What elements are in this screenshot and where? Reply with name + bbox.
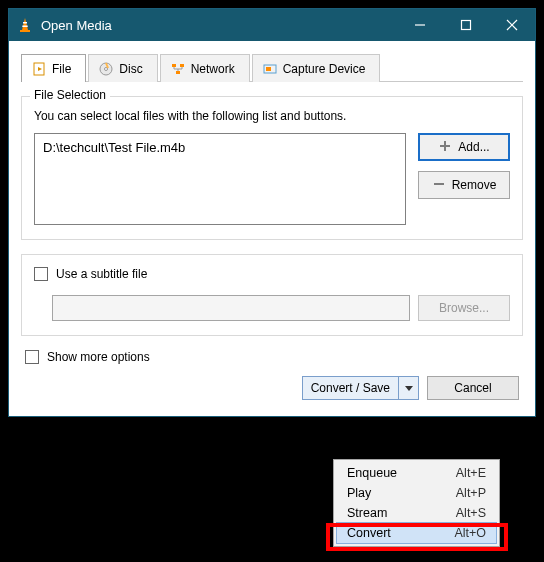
button-label: Browse... <box>439 301 489 315</box>
subtitle-path-input <box>52 295 410 321</box>
svg-rect-3 <box>20 30 30 32</box>
file-list[interactable]: D:\techcult\Test File.m4b <box>34 133 406 225</box>
svg-rect-2 <box>22 26 27 28</box>
menu-item-shortcut: Alt+S <box>456 506 486 520</box>
menu-item-shortcut: Alt+E <box>456 466 486 480</box>
network-icon <box>171 62 185 76</box>
file-icon <box>32 62 46 76</box>
svg-rect-16 <box>266 67 271 71</box>
tab-label: Capture Device <box>283 62 366 76</box>
menu-item-convert[interactable]: Convert Alt+O <box>336 522 497 544</box>
tab-label: Network <box>191 62 235 76</box>
svg-rect-12 <box>172 64 176 67</box>
svg-rect-18 <box>440 145 450 147</box>
show-more-checkbox[interactable] <box>25 350 39 364</box>
menu-item-shortcut: Alt+O <box>454 526 486 540</box>
svg-rect-13 <box>180 64 184 67</box>
file-selection-group: File Selection You can select local file… <box>21 96 523 240</box>
capture-icon <box>263 62 277 76</box>
subtitle-checkbox[interactable] <box>34 267 48 281</box>
menu-item-label: Play <box>347 486 456 500</box>
svg-rect-1 <box>23 22 27 24</box>
menu-item-shortcut: Alt+P <box>456 486 486 500</box>
open-media-window: Open Media File Disc <box>8 8 536 417</box>
svg-marker-0 <box>22 18 28 30</box>
menu-item-play[interactable]: Play Alt+P <box>337 483 496 503</box>
subtitle-group: Use a subtitle file Browse... <box>21 254 523 336</box>
tab-bar: File Disc Network Capture Device <box>21 53 523 82</box>
window-title: Open Media <box>41 18 112 33</box>
svg-rect-14 <box>176 71 180 74</box>
tab-label: File <box>52 62 71 76</box>
convert-save-menu: Enqueue Alt+E Play Alt+P Stream Alt+S Co… <box>333 459 500 547</box>
tab-disc[interactable]: Disc <box>88 54 157 82</box>
button-label: Convert / Save <box>303 381 398 395</box>
remove-button[interactable]: Remove <box>418 171 510 199</box>
svg-marker-20 <box>405 386 413 391</box>
svg-rect-19 <box>434 183 444 185</box>
vlc-cone-icon <box>17 17 33 33</box>
disc-icon <box>99 62 113 76</box>
menu-item-label: Enqueue <box>347 466 456 480</box>
titlebar: Open Media <box>9 9 535 41</box>
tab-capture[interactable]: Capture Device <box>252 54 381 82</box>
svg-rect-5 <box>462 21 471 30</box>
group-title: File Selection <box>30 88 110 102</box>
maximize-button[interactable] <box>443 9 489 41</box>
dropdown-arrow[interactable] <box>398 377 418 399</box>
tab-label: Disc <box>119 62 142 76</box>
menu-item-enqueue[interactable]: Enqueue Alt+E <box>337 463 496 483</box>
button-label: Add... <box>458 140 489 154</box>
menu-item-label: Convert <box>347 526 454 540</box>
button-label: Cancel <box>454 381 491 395</box>
minus-icon <box>432 177 446 194</box>
file-entry[interactable]: D:\techcult\Test File.m4b <box>43 140 397 155</box>
button-label: Remove <box>452 178 497 192</box>
show-more-label: Show more options <box>47 350 150 364</box>
menu-item-stream[interactable]: Stream Alt+S <box>337 503 496 523</box>
tab-network[interactable]: Network <box>160 54 250 82</box>
browse-button: Browse... <box>418 295 510 321</box>
minimize-button[interactable] <box>397 9 443 41</box>
convert-save-button[interactable]: Convert / Save <box>302 376 419 400</box>
menu-item-label: Stream <box>347 506 456 520</box>
close-button[interactable] <box>489 9 535 41</box>
file-selection-desc: You can select local files with the foll… <box>34 109 510 123</box>
tab-file[interactable]: File <box>21 54 86 82</box>
plus-icon <box>438 139 452 156</box>
cancel-button[interactable]: Cancel <box>427 376 519 400</box>
subtitle-label: Use a subtitle file <box>56 267 147 281</box>
add-button[interactable]: Add... <box>418 133 510 161</box>
